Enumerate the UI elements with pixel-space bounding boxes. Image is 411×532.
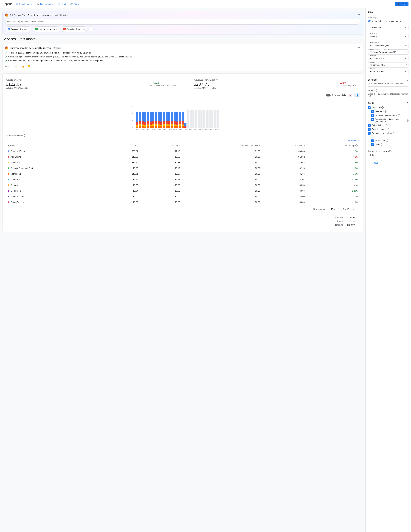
other-checkbox[interactable] xyxy=(371,143,374,146)
labels-help-icon[interactable]: ? xyxy=(376,89,378,92)
discounts-cell-2: -$0.88 xyxy=(140,160,182,165)
invoice-month-radio[interactable]: Invoice month xyxy=(384,20,401,22)
reseller-margin-checkbox-item[interactable]: Reseller margin ? xyxy=(368,128,409,131)
labels-sub: Select the key and values of the labels … xyxy=(368,93,409,97)
thumbs-down-button[interactable]: 👎 xyxy=(27,64,31,68)
free-tiers-checkbox-item[interactable]: Free tiers ? xyxy=(371,110,409,113)
learn-button[interactable]: 🎓 Learn xyxy=(395,2,409,6)
current-period-block: August 1–19, 2024 $122.07 includes -$24.… xyxy=(6,79,142,89)
subscriptions-help-icon[interactable]: ? xyxy=(385,124,387,126)
filters-sidebar: Filters › Time range Usage date Invoice … xyxy=(365,8,411,532)
rows-per-page-selector[interactable]: 10 25 50 xyxy=(330,208,336,210)
cumulative-toggle-switch[interactable] xyxy=(326,94,331,96)
line-chart-button[interactable]: 📈 xyxy=(348,93,353,97)
gemini-icon xyxy=(5,14,8,17)
total-help-icon[interactable]: ? xyxy=(340,224,343,226)
tax-help-icon[interactable]: ? xyxy=(340,220,343,222)
svg-rect-71 xyxy=(171,126,173,128)
gemini-collapse-icon[interactable]: ⌃ xyxy=(358,13,360,17)
gemini-assistant-box: Ask Gemini Cloud Assist to find or creat… xyxy=(2,11,363,35)
promotions-others-checkbox[interactable] xyxy=(368,132,371,134)
time-range-radio-group: Usage date Invoice month xyxy=(368,20,409,22)
tax-checkbox-item[interactable]: Tax xyxy=(368,154,409,156)
locations-collapsible[interactable]: Locations ⌄ xyxy=(368,78,409,82)
tax-checkbox[interactable] xyxy=(368,154,371,156)
gemini-search-input[interactable] xyxy=(5,19,360,25)
filters-title: Filters xyxy=(368,11,375,14)
sidebar-collapse-button[interactable]: › xyxy=(407,11,409,14)
sustained-use-help-icon[interactable]: ? xyxy=(398,114,400,116)
forecast-change-sub: $1.54 over July 2024 xyxy=(338,84,356,86)
table-header-row: Service Cost Discounts Promotions and ot… xyxy=(6,143,360,148)
see-all-reports-button[interactable]: ☰ See all reports xyxy=(14,2,34,6)
gcp-invoice-icon: G xyxy=(35,28,37,30)
change-col-help-icon[interactable]: ? xyxy=(355,144,358,147)
subscriptions-checkbox-item[interactable]: Subscriptions ? xyxy=(368,124,409,127)
promotions-help-icon[interactable]: ? xyxy=(386,139,388,142)
usage-date-radio[interactable]: Usage date xyxy=(368,20,382,22)
service-name-1: App Engine xyxy=(10,156,21,158)
discounts-checkbox[interactable] xyxy=(368,106,371,109)
forecast-period-block: August 2024 (forecasted) ? $207.73 inclu… xyxy=(194,79,329,89)
bar-chart-button[interactable]: 📊 xyxy=(354,93,360,97)
svg-rect-94 xyxy=(198,110,200,128)
summary-collapse-icon[interactable]: ⌃ xyxy=(358,46,360,50)
print-button[interactable]: 🖨 Print xyxy=(57,2,68,6)
invoice-charges-help-icon[interactable]: ? xyxy=(389,150,392,152)
discounts-cell-7: $0.00 xyxy=(140,188,182,194)
promotions-others-help-icon[interactable]: ? xyxy=(393,132,395,134)
thumbs-up-button[interactable]: 👍 xyxy=(21,64,25,68)
chip-more[interactable]: › xyxy=(88,27,94,32)
table-row: Cloud Run $5.94 -$4.91 $0.00 $1.02 ↓ 76% xyxy=(6,177,360,182)
prev-page-button[interactable]: ‹ xyxy=(352,207,355,211)
spending-based-checkbox-item[interactable]: Spending based discounts (contractual) ? xyxy=(371,118,409,123)
reseller-help-icon[interactable]: ? xyxy=(387,128,389,130)
forecast-legend-help-icon[interactable]: ? xyxy=(24,134,26,137)
download-csv-button[interactable]: ⬇ Download CSV xyxy=(343,139,360,142)
discounts-cell-1: -$0.98 xyxy=(140,154,182,160)
discounts-cell-0: -$7.18 xyxy=(140,148,182,154)
labels-collapsible[interactable]: Labels ? ⌄ xyxy=(368,88,409,92)
service-dot-4 xyxy=(8,173,9,175)
folders-label: Folders & Organizations xyxy=(370,48,389,50)
subscriptions-checkbox[interactable] xyxy=(368,124,371,127)
svg-rect-97 xyxy=(206,110,208,128)
discounts-checkbox-item[interactable]: Discounts ? xyxy=(368,106,409,109)
show-cumulative-toggle[interactable]: Show cumulative xyxy=(326,94,347,96)
col-subtotal[interactable]: ↓ Subtotal xyxy=(262,143,307,148)
spending-based-help-icon[interactable]: ? xyxy=(407,119,409,122)
other-checkbox-item[interactable]: Other ? xyxy=(371,143,409,146)
sustained-use-checkbox[interactable] xyxy=(371,114,374,117)
svg-rect-55 xyxy=(160,126,162,128)
free-tiers-help-icon[interactable]: ? xyxy=(384,110,386,113)
reset-filters-button[interactable]: Reset xyxy=(368,160,382,165)
spending-based-checkbox[interactable] xyxy=(371,118,374,121)
cost-cell-2: $17.50 xyxy=(107,160,140,165)
reseller-margin-checkbox[interactable] xyxy=(368,128,371,131)
rows-per-page-select[interactable]: 10 25 50 xyxy=(330,208,336,210)
forecast-help-icon[interactable]: ? xyxy=(216,79,218,81)
projects-label: Projects xyxy=(370,55,377,57)
sustained-use-checkbox-item[interactable]: Sustained use discounts ? xyxy=(371,114,409,117)
svg-text:Aug 7: Aug 7 xyxy=(152,129,156,130)
promotions-checkbox-item[interactable]: Promotions ? xyxy=(371,139,409,142)
chip-last-invoice[interactable]: G Last invoice by service xyxy=(33,27,60,32)
credits-collapsible-header[interactable]: Credits ⌃ xyxy=(368,101,409,105)
next-page-button[interactable]: › xyxy=(356,207,360,211)
chip-services-this-month[interactable]: G Services – this month xyxy=(5,27,31,32)
svg-text:Aug 29: Aug 29 xyxy=(210,129,214,130)
current-change-value: ↓ -4.09% xyxy=(150,82,176,84)
discounts-help-icon[interactable]: ? xyxy=(382,106,384,109)
promotions-checkbox[interactable] xyxy=(371,139,374,142)
free-tiers-checkbox[interactable] xyxy=(371,110,374,113)
chip-projects-this-month[interactable]: G Projects – this month xyxy=(61,27,87,32)
totals-section: Subtotal $122.07 Tax ? — Total ? xyxy=(6,213,360,229)
promotions-others-checkbox-item[interactable]: Promotions and others ? xyxy=(368,132,409,134)
summary-line-1: ↗ You spent $122.07 between Aug 1-19, 20… xyxy=(5,52,360,54)
service-dot-0 xyxy=(8,151,9,152)
generate-query-button[interactable]: 🔍 Generate query xyxy=(35,2,56,6)
current-month-select[interactable]: Current month xyxy=(368,25,409,30)
other-help-icon[interactable]: ? xyxy=(381,143,383,146)
promotions-collapse-btn[interactable]: ⌃ xyxy=(371,136,409,139)
share-button[interactable]: 🔗 Share xyxy=(68,2,81,6)
